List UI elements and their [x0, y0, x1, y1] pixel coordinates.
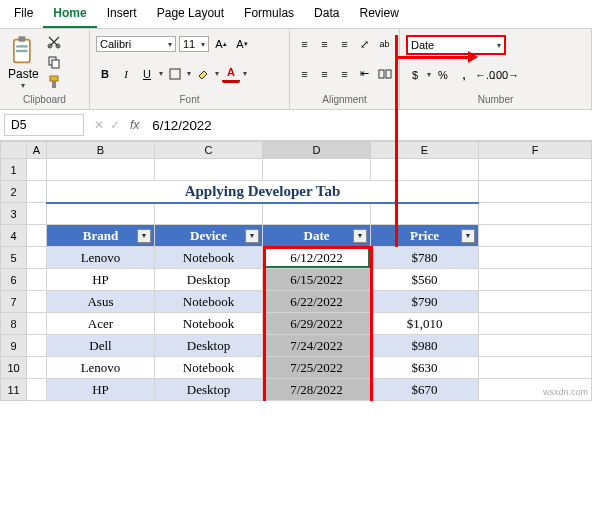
- align-right-icon[interactable]: ≡: [336, 65, 353, 83]
- table-cell[interactable]: 6/22/2022: [263, 291, 371, 313]
- row-7[interactable]: 7: [1, 291, 27, 313]
- col-E[interactable]: E: [371, 142, 479, 159]
- fx-icon[interactable]: fx: [126, 114, 143, 136]
- cancel-icon[interactable]: ✕: [94, 118, 104, 132]
- fill-dropdown-icon[interactable]: ▾: [215, 69, 219, 78]
- table-cell[interactable]: 6/15/2022: [263, 269, 371, 291]
- header-price[interactable]: Price▼: [371, 225, 479, 247]
- paste-button[interactable]: Paste ▾: [6, 33, 41, 92]
- font-color-button[interactable]: A: [222, 65, 240, 83]
- table-cell[interactable]: Desktop: [155, 269, 263, 291]
- worksheet-grid[interactable]: A B C D E F 1 2Applying Developer Tab 3 …: [0, 141, 592, 401]
- filter-icon[interactable]: ▼: [137, 229, 151, 243]
- tab-file[interactable]: File: [4, 0, 43, 28]
- number-format-select[interactable]: Date▾: [406, 35, 506, 55]
- name-box[interactable]: D5: [4, 114, 84, 136]
- italic-button[interactable]: I: [117, 65, 135, 83]
- table-cell[interactable]: Lenovo: [47, 247, 155, 269]
- table-cell[interactable]: HP: [47, 379, 155, 401]
- filter-icon[interactable]: ▼: [353, 229, 367, 243]
- decrease-indent-icon[interactable]: ⇤: [356, 65, 373, 83]
- row-4[interactable]: 4: [1, 225, 27, 247]
- borders-dropdown-icon[interactable]: ▾: [187, 69, 191, 78]
- decrease-font-icon[interactable]: A▾: [233, 35, 251, 53]
- merge-button[interactable]: [376, 65, 393, 83]
- format-painter-button[interactable]: [45, 73, 63, 91]
- row-10[interactable]: 10: [1, 357, 27, 379]
- align-middle-icon[interactable]: ≡: [316, 35, 333, 53]
- col-F[interactable]: F: [479, 142, 592, 159]
- table-cell[interactable]: Lenovo: [47, 357, 155, 379]
- col-C[interactable]: C: [155, 142, 263, 159]
- align-top-icon[interactable]: ≡: [296, 35, 313, 53]
- row-6[interactable]: 6: [1, 269, 27, 291]
- copy-button[interactable]: [45, 53, 63, 71]
- wrap-text-button[interactable]: ab: [376, 35, 393, 53]
- underline-button[interactable]: U: [138, 65, 156, 83]
- sheet-title[interactable]: Applying Developer Tab: [47, 181, 479, 203]
- tab-pagelayout[interactable]: Page Layout: [147, 0, 234, 28]
- table-cell[interactable]: Notebook: [155, 313, 263, 335]
- align-center-icon[interactable]: ≡: [316, 65, 333, 83]
- currency-button[interactable]: $: [406, 66, 424, 84]
- table-cell[interactable]: $560: [371, 269, 479, 291]
- row-2[interactable]: 2: [1, 181, 27, 203]
- table-cell[interactable]: Asus: [47, 291, 155, 313]
- table-cell[interactable]: Dell: [47, 335, 155, 357]
- filter-icon[interactable]: ▼: [245, 229, 259, 243]
- underline-dropdown-icon[interactable]: ▾: [159, 69, 163, 78]
- paste-dropdown-icon[interactable]: ▾: [21, 81, 25, 90]
- table-cell[interactable]: Notebook: [155, 247, 263, 269]
- table-cell[interactable]: $630: [371, 357, 479, 379]
- table-cell[interactable]: $780: [371, 247, 479, 269]
- table-cell[interactable]: Notebook: [155, 357, 263, 379]
- tab-insert[interactable]: Insert: [97, 0, 147, 28]
- table-cell[interactable]: 6/12/2022: [263, 247, 371, 269]
- filter-icon[interactable]: ▼: [461, 229, 475, 243]
- row-8[interactable]: 8: [1, 313, 27, 335]
- table-cell[interactable]: 6/29/2022: [263, 313, 371, 335]
- select-all-corner[interactable]: [1, 142, 27, 159]
- table-cell[interactable]: 7/25/2022: [263, 357, 371, 379]
- tab-formulas[interactable]: Formulas: [234, 0, 304, 28]
- decrease-decimal-button[interactable]: .00→: [497, 66, 515, 84]
- header-date[interactable]: Date▼: [263, 225, 371, 247]
- table-cell[interactable]: 7/24/2022: [263, 335, 371, 357]
- currency-dropdown-icon[interactable]: ▾: [427, 70, 431, 79]
- increase-decimal-button[interactable]: ←.0: [476, 66, 494, 84]
- row-1[interactable]: 1: [1, 159, 27, 181]
- borders-button[interactable]: [166, 65, 184, 83]
- font-color-dropdown-icon[interactable]: ▾: [243, 69, 247, 78]
- col-D[interactable]: D: [263, 142, 371, 159]
- table-cell[interactable]: $670: [371, 379, 479, 401]
- row-3[interactable]: 3: [1, 203, 27, 225]
- enter-icon[interactable]: ✓: [110, 118, 120, 132]
- bold-button[interactable]: B: [96, 65, 114, 83]
- align-bottom-icon[interactable]: ≡: [336, 35, 353, 53]
- row-11[interactable]: 11: [1, 379, 27, 401]
- row-9[interactable]: 9: [1, 335, 27, 357]
- tab-review[interactable]: Review: [349, 0, 408, 28]
- table-cell[interactable]: Acer: [47, 313, 155, 335]
- table-cell[interactable]: $790: [371, 291, 479, 313]
- increase-font-icon[interactable]: A▴: [212, 35, 230, 53]
- table-cell[interactable]: Notebook: [155, 291, 263, 313]
- table-cell[interactable]: $1,010: [371, 313, 479, 335]
- cut-button[interactable]: [45, 33, 63, 51]
- col-A[interactable]: A: [27, 142, 47, 159]
- align-left-icon[interactable]: ≡: [296, 65, 313, 83]
- orientation-icon[interactable]: ⤢: [356, 35, 373, 53]
- tab-home[interactable]: Home: [43, 0, 96, 28]
- formula-input[interactable]: [149, 114, 592, 136]
- comma-button[interactable]: ,: [455, 66, 473, 84]
- table-cell[interactable]: HP: [47, 269, 155, 291]
- fill-color-button[interactable]: [194, 65, 212, 83]
- header-device[interactable]: Device▼: [155, 225, 263, 247]
- percent-button[interactable]: %: [434, 66, 452, 84]
- tab-data[interactable]: Data: [304, 0, 349, 28]
- table-cell[interactable]: Desktop: [155, 335, 263, 357]
- header-brand[interactable]: Brand▼: [47, 225, 155, 247]
- table-cell[interactable]: Desktop: [155, 379, 263, 401]
- col-B[interactable]: B: [47, 142, 155, 159]
- font-size-select[interactable]: 11▾: [179, 36, 209, 52]
